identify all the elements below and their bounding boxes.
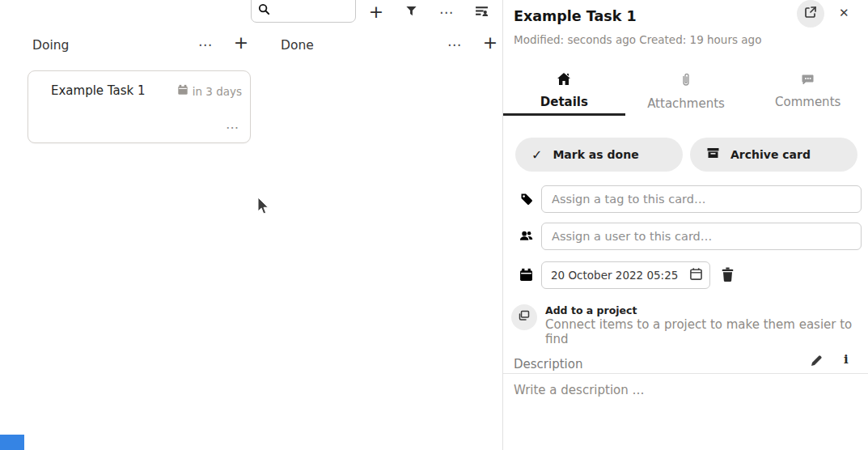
- column-done-add-button[interactable]: +: [481, 34, 499, 52]
- edit-description-button[interactable]: [810, 354, 823, 371]
- search-icon: [258, 3, 270, 19]
- calendar-icon: [177, 84, 188, 98]
- kanban-board: + ⋯ Doing ⋯ + Done ⋯ + Example Task 1 in…: [0, 0, 502, 450]
- info-icon[interactable]: i: [844, 352, 849, 367]
- card-title: Example Task 1: [51, 83, 146, 98]
- ellipsis-icon: ⋯: [447, 36, 462, 53]
- column-doing-add-button[interactable]: +: [232, 34, 250, 52]
- column-doing-menu-button[interactable]: ⋯: [197, 37, 214, 53]
- filter-icon: [405, 5, 417, 20]
- list-user-icon: [475, 4, 489, 21]
- calendar-icon: [519, 268, 533, 282]
- close-panel-button[interactable]: ✕: [839, 6, 849, 20]
- add-to-project-button[interactable]: [511, 304, 537, 330]
- card-menu-button[interactable]: ⋯: [226, 120, 239, 135]
- mouse-cursor: [257, 197, 270, 219]
- assignee-filter-button[interactable]: [472, 2, 491, 22]
- archive-card-button[interactable]: Archive card: [690, 138, 857, 172]
- description-divider: [503, 373, 868, 374]
- description-placeholder[interactable]: Write a description …: [514, 383, 645, 397]
- open-in-window-button[interactable]: [797, 0, 824, 28]
- column-title-doing: Doing: [32, 38, 69, 53]
- plus-icon: +: [483, 32, 498, 53]
- column-done-menu-button[interactable]: ⋯: [446, 37, 464, 53]
- ellipsis-icon: ⋯: [226, 120, 239, 135]
- card-due-date: in 3 days: [177, 84, 242, 98]
- pencil-icon: [810, 355, 823, 371]
- remove-date-button[interactable]: [721, 267, 737, 283]
- search-input[interactable]: [251, 0, 356, 23]
- info-glyph: i: [844, 352, 849, 367]
- tab-comments[interactable]: Comments: [747, 68, 868, 116]
- panel-tabs: Details Attachments Comments: [503, 68, 868, 116]
- mark-as-done-label: Mark as done: [553, 148, 638, 161]
- due-date-input[interactable]: [541, 261, 710, 289]
- add-to-project-title: Add to a project: [545, 304, 637, 316]
- panel-title: Example Task 1: [514, 8, 637, 24]
- assign-user-input[interactable]: [541, 223, 862, 250]
- focus-indicator: [0, 435, 24, 450]
- tag-icon: [519, 192, 533, 206]
- comment-icon: [802, 73, 814, 88]
- export-icon: [804, 6, 817, 22]
- task-card[interactable]: Example Task 1 in 3 days ⋯: [28, 70, 251, 143]
- plus-icon: +: [369, 3, 383, 21]
- panel-modified-created: Modified: seconds ago Created: 19 hours …: [514, 33, 761, 46]
- mark-as-done-button[interactable]: ✓ Mark as done: [515, 138, 683, 172]
- tab-attachments-label: Attachments: [647, 96, 725, 111]
- plus-icon: +: [234, 32, 248, 53]
- tab-comments-label: Comments: [775, 95, 840, 109]
- calendar-outline-icon: [689, 267, 703, 284]
- home-icon: [557, 73, 570, 88]
- check-icon: ✓: [531, 147, 542, 163]
- tab-details-label: Details: [540, 95, 588, 109]
- card-due-label: in 3 days: [193, 85, 242, 98]
- column-title-done: Done: [281, 38, 314, 53]
- ellipsis-icon: ⋯: [198, 36, 213, 53]
- trash-icon: [721, 270, 735, 285]
- users-icon: [519, 229, 533, 243]
- archive-icon: [706, 146, 720, 163]
- close-icon: ✕: [839, 6, 849, 20]
- add-to-project-subtitle: Connect items to a project to make them …: [545, 317, 868, 346]
- tab-details[interactable]: Details: [503, 68, 625, 116]
- filter-button[interactable]: [401, 2, 421, 22]
- project-windows-icon: [518, 309, 531, 325]
- archive-card-label: Archive card: [730, 148, 811, 161]
- card-details-panel: Example Task 1 Modified: seconds ago Cre…: [502, 0, 868, 450]
- tab-attachments[interactable]: Attachments: [625, 68, 747, 116]
- add-card-button[interactable]: +: [366, 2, 386, 22]
- description-label: Description: [514, 357, 582, 371]
- ellipsis-icon: ⋯: [439, 6, 454, 19]
- board-menu-button[interactable]: ⋯: [437, 2, 456, 22]
- date-picker-button[interactable]: [688, 267, 704, 283]
- assign-tag-input[interactable]: [541, 185, 862, 213]
- paperclip-icon: [681, 73, 691, 90]
